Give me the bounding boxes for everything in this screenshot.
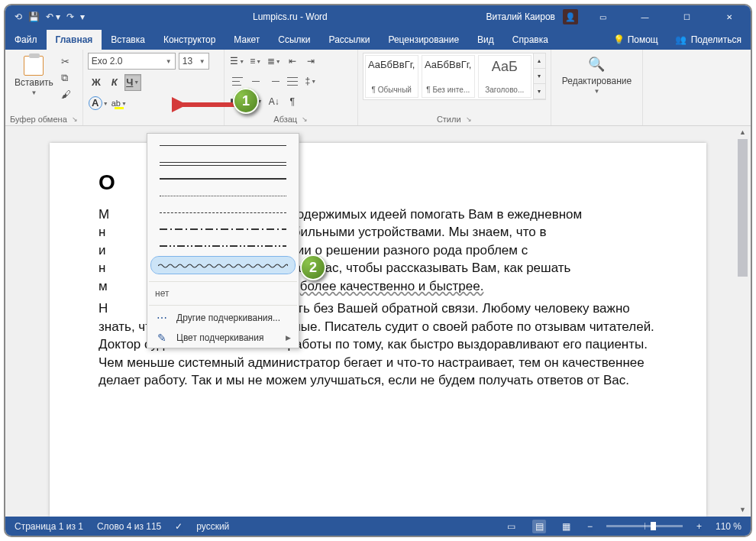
scroll-down-icon[interactable]: ▼ (736, 504, 749, 517)
paste-button[interactable]: Вставить ▼ (10, 53, 58, 100)
zoom-level[interactable]: 110 % (716, 521, 741, 532)
sort-button[interactable]: A↓ (266, 93, 283, 110)
quick-access-toolbar: ⟲ 💾 ↶ ▾ ↷ ▾ (5, 11, 94, 22)
underline-style-dotted[interactable] (152, 187, 294, 204)
format-painter-icon[interactable]: 🖌 (61, 89, 71, 100)
underline-color-label: Цвет подчеркивания (176, 332, 263, 343)
copy-icon[interactable]: ⧉ (61, 72, 71, 84)
qa-customize-icon[interactable]: ▾ (80, 11, 85, 22)
annotation-balloon-2: 2 (300, 254, 326, 280)
clipboard-label: Буфер обмена (10, 115, 67, 124)
underline-style-single[interactable] (152, 137, 294, 154)
lightbulb-icon: 💡 (613, 34, 625, 45)
bullets-button[interactable]: ☰▼ (229, 53, 246, 70)
styles-gallery[interactable]: АаБбВвГг, ¶ Обычный АаБбВвГг, ¶ Без инте… (363, 53, 534, 100)
minimize-button[interactable]: — (628, 5, 662, 28)
save-icon[interactable]: 💾 (28, 11, 40, 22)
tab-home[interactable]: Главная (47, 30, 102, 50)
web-layout-icon[interactable]: ▦ (560, 521, 573, 532)
read-mode-icon[interactable]: ▭ (505, 521, 519, 532)
style-normal-label: ¶ Обычный (372, 86, 412, 94)
more-underline-icon: ⋯ (155, 312, 169, 324)
tab-view[interactable]: Вид (468, 30, 503, 50)
underline-style-dashdotdot[interactable] (152, 238, 294, 254)
print-layout-icon[interactable]: ▤ (532, 520, 546, 533)
line-spacing-button[interactable]: ‡▼ (302, 73, 319, 89)
redo-icon[interactable]: ↷ (66, 11, 74, 22)
paragraph-launcher-icon[interactable]: ↘ (302, 115, 308, 123)
tab-review[interactable]: Рецензирование (379, 30, 468, 50)
style-heading1[interactable]: АаБ Заголово... (478, 55, 531, 98)
align-center-button[interactable] (247, 73, 264, 89)
justify-button[interactable] (284, 73, 301, 89)
decrease-indent-button[interactable]: ⇤ (284, 53, 301, 70)
close-button[interactable]: ✕ (712, 5, 746, 28)
zoom-slider[interactable] (606, 525, 683, 527)
ribbon-display-icon[interactable]: ▭ (586, 5, 620, 28)
undo-icon[interactable]: ↶ ▾ (46, 11, 60, 22)
increase-indent-button[interactable]: ⇥ (302, 53, 319, 70)
window-title: Lumpics.ru - Word (94, 11, 486, 22)
underline-color[interactable]: ✎ Цвет подчеркивания ▶ (147, 328, 299, 348)
show-marks-button[interactable]: ¶ (284, 93, 301, 110)
style-nospacing[interactable]: АаБбВвГг, ¶ Без инте... (422, 55, 475, 98)
underline-style-double[interactable] (152, 154, 294, 170)
scroll-up-icon[interactable]: ▲ (736, 126, 749, 139)
tab-references[interactable]: Ссылки (269, 30, 319, 50)
tab-design[interactable]: Конструктор (154, 30, 225, 50)
tab-help[interactable]: Справка (503, 30, 557, 50)
underline-style-wave[interactable] (150, 256, 296, 274)
editing-label[interactable]: Редактирование (562, 76, 632, 86)
font-size-combo[interactable]: 13▼ (179, 53, 209, 70)
numbering-button[interactable]: ≡▼ (247, 53, 264, 70)
underline-more[interactable]: ⋯ Другие подчеркивания... (147, 308, 299, 328)
underline-style-dashdot[interactable] (152, 221, 294, 238)
tab-insert[interactable]: Вставка (102, 30, 154, 50)
align-left-button[interactable] (229, 73, 246, 89)
gallery-more-icon[interactable]: ▾ (534, 84, 545, 99)
maximize-button[interactable]: ☐ (670, 5, 704, 28)
style-normal[interactable]: АаБбВвГг, ¶ Обычный (365, 55, 418, 98)
status-bar: Страница 1 из 1 Слово 4 из 115 ✓ русский… (5, 517, 751, 536)
gallery-down-icon[interactable]: ▾ (534, 69, 545, 84)
zoom-thumb[interactable] (651, 522, 656, 530)
vertical-scrollbar[interactable]: ▲ ▼ (736, 126, 749, 517)
find-icon[interactable]: 🔍 (562, 56, 632, 73)
scroll-thumb[interactable] (738, 139, 748, 277)
zoom-in-button[interactable]: + (696, 521, 702, 532)
share-button[interactable]: 👥 Поделиться (666, 30, 751, 50)
underline-button[interactable]: Ч▼ (124, 74, 141, 91)
user-avatar[interactable]: 👤 (563, 9, 578, 24)
clipboard-launcher-icon[interactable]: ↘ (72, 115, 78, 123)
styles-launcher-icon[interactable]: ↘ (466, 115, 472, 123)
annotation-arrow-1 (172, 97, 241, 112)
bold-button[interactable]: Ж (88, 74, 105, 91)
style-heading1-label: Заголово... (485, 86, 524, 94)
cut-icon[interactable]: ✂ (61, 56, 71, 67)
document-area[interactable]: О Мтов, одержимых идеей помогать Вам в е… (5, 126, 751, 517)
tab-layout[interactable]: Макет (225, 30, 269, 50)
underline-style-dashed[interactable] (152, 204, 294, 221)
group-editing: 🔍 Редактирование ▼ (551, 50, 643, 125)
tab-mailings[interactable]: Рассылки (320, 30, 380, 50)
user-name[interactable]: Виталий Каиров (486, 11, 555, 22)
zoom-out-button[interactable]: − (587, 521, 593, 532)
text-effects-button[interactable]: A▼ (88, 95, 109, 112)
italic-button[interactable]: К (106, 74, 123, 91)
gallery-up-icon[interactable]: ▴ (534, 53, 545, 69)
highlight-button[interactable]: ab▼ (111, 95, 128, 112)
font-name-combo[interactable]: Exo 2.0▼ (88, 53, 176, 70)
tell-me-search[interactable]: 💡 Помощ (606, 30, 666, 50)
underline-none[interactable]: нет (147, 284, 299, 303)
align-right-button[interactable] (266, 73, 283, 89)
underline-style-thick[interactable] (152, 170, 294, 187)
status-words[interactable]: Слово 4 из 115 (97, 521, 161, 532)
status-page[interactable]: Страница 1 из 1 (15, 521, 83, 532)
underlined-selection: более качественно и быстрее. (300, 279, 484, 293)
autosave-icon[interactable]: ⟲ (15, 11, 22, 22)
multilevel-button[interactable]: ≣▼ (266, 53, 283, 70)
proofing-icon[interactable]: ✓ (175, 521, 183, 532)
underline-more-label: Другие подчеркивания... (176, 313, 280, 323)
tab-file[interactable]: Файл (5, 30, 47, 50)
status-language[interactable]: русский (196, 521, 229, 532)
